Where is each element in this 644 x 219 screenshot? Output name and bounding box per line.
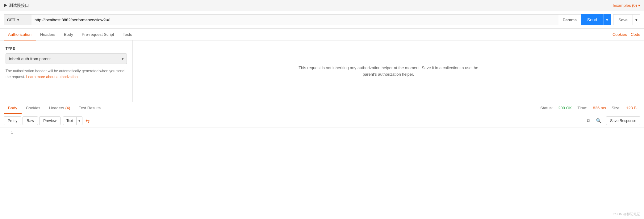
pretty-button[interactable]: Pretty [4,116,21,125]
learn-more-link[interactable]: Learn more about authorization [26,75,78,79]
auth-type-select-wrapper: Inherit auth from parent ▾ [6,53,127,64]
raw-button[interactable]: Raw [23,116,38,125]
save-dropdown-button[interactable]: ▾ [633,14,640,25]
tab-test-results[interactable]: Test Results [74,103,105,114]
tab-body[interactable]: Body [60,29,77,40]
type-label: TYPE [6,47,127,50]
text-format-select[interactable]: Text ▾ [63,116,82,125]
auth-right-panel: This request is not inheriting any autho… [133,40,644,102]
format-left: Pretty Raw Preview Text ▾ ⇆ [4,116,90,125]
save-btn-group: Save ▾ [613,14,640,25]
response-status: Status: 200 OK Time: 836 ms Size: 123 B [537,106,640,110]
method-selector[interactable]: GET ▾ [4,14,31,25]
size-label: Size: [612,106,621,110]
main-content: TYPE Inherit auth from parent ▾ The auth… [0,40,644,102]
auth-type-select[interactable]: Inherit auth from parent [6,53,127,64]
request-tabs-right: Cookies Code [613,29,640,40]
request-tabs-left: Authorization Headers Body Pre-request S… [4,29,136,40]
method-chevron-icon: ▾ [17,18,19,22]
auth-description: The authorization header will be automat… [6,68,127,80]
auth-info-text: This request is not inheriting any autho… [296,65,481,78]
search-icon[interactable]: 🔍 [595,117,603,125]
method-label: GET [7,18,15,22]
status-label: Status: [540,106,553,110]
format-right: ⧉ 🔍 Save Response [586,116,640,125]
params-button[interactable]: Params [558,14,581,25]
request-bar: GET ▾ Params Send ▾ Save ▾ [0,11,644,29]
tab-tests[interactable]: Tests [118,29,136,40]
cookies-link[interactable]: Cookies [613,29,627,40]
status-value: 200 OK [558,106,572,110]
top-bar: ▶ 测试慢接口 Examples (0) ▾ [0,0,644,11]
url-input[interactable] [31,14,558,25]
request-title[interactable]: ▶ 测试慢接口 [4,3,29,8]
text-format-chevron-icon[interactable]: ▾ [76,117,82,125]
time-label: Time: [577,106,587,110]
response-line-1: 1 [4,130,640,135]
tab-prerequest[interactable]: Pre-request Script [77,29,119,40]
save-response-button[interactable]: Save Response [606,116,640,125]
tab-headers[interactable]: Headers [36,29,60,40]
examples-link[interactable]: Examples (0) [613,3,637,8]
tab-response-headers[interactable]: Headers (4) [45,103,75,114]
send-dropdown-button[interactable]: ▾ [603,14,611,25]
response-tabs-row: Body Cookies Headers (4) Test Results St… [0,102,644,114]
code-link[interactable]: Code [631,29,640,40]
time-value: 836 ms [593,106,606,110]
tab-authorization[interactable]: Authorization [4,29,36,40]
preview-button[interactable]: Preview [39,116,61,125]
send-button[interactable]: Send [581,14,604,25]
request-tabs-row: Authorization Headers Body Pre-request S… [0,29,644,40]
examples-chevron-icon[interactable]: ▾ [638,3,640,8]
size-value: 123 B [626,106,637,110]
send-btn-group: Send ▾ [581,14,611,25]
wrap-icon[interactable]: ⇆ [86,118,90,124]
text-format-label: Text [63,117,76,125]
save-button[interactable]: Save [613,14,633,25]
response-body: 1 [0,128,644,165]
response-tabs-left: Body Cookies Headers (4) Test Results [4,102,105,114]
auth-left-panel: TYPE Inherit auth from parent ▾ The auth… [0,40,133,102]
line-number-1: 1 [4,130,13,135]
tab-response-cookies[interactable]: Cookies [22,103,45,114]
tab-response-body[interactable]: Body [4,103,22,114]
format-bar: Pretty Raw Preview Text ▾ ⇆ ⧉ 🔍 Save Res… [0,114,644,128]
copy-icon[interactable]: ⧉ [586,117,592,125]
